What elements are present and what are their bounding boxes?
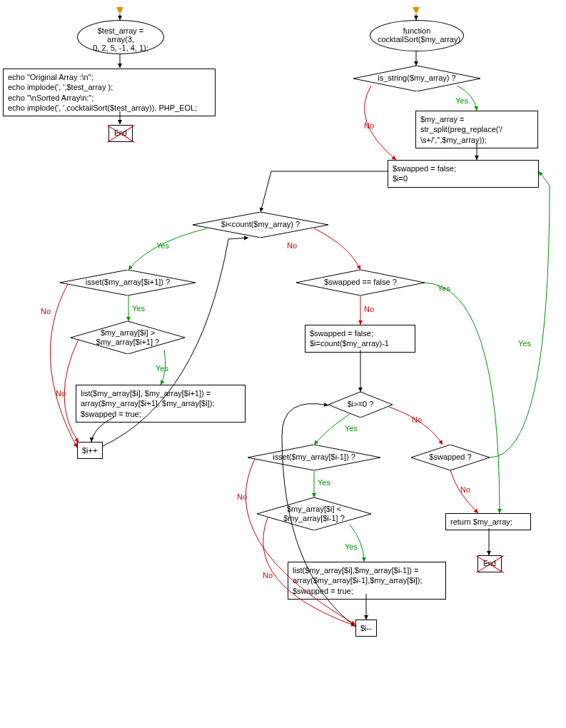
- yes-cmp-prev: Yes: [345, 542, 358, 551]
- loop2-cond-text: $i>=0 ?: [328, 400, 393, 409]
- is-string-text: is_string($my_array) ?: [353, 74, 480, 83]
- no-cmp-next: No: [56, 389, 66, 398]
- no-isset-next: No: [41, 307, 51, 315]
- cmp-next-text: $my_array[$i] > $my_array[$i+1] ?: [71, 328, 185, 347]
- no-cmp-prev: No: [263, 571, 273, 580]
- no-is-string: No: [364, 121, 374, 130]
- yes-is-string: Yes: [455, 96, 468, 105]
- yes-loop1: Yes: [156, 241, 169, 250]
- connectors: [0, 0, 566, 728]
- cmp-prev-text: $my_array[$i] < $my_array[$i-1] ?: [257, 505, 371, 523]
- yes-swapped-false: Yes: [438, 284, 450, 293]
- isset-next-text: isset($my_array[$i+1]) ?: [60, 278, 196, 287]
- no-loop1: No: [287, 241, 297, 250]
- yes-cmp-next: Yes: [156, 364, 168, 373]
- loop1-cond-text: $i<count($my_array) ?: [193, 220, 328, 229]
- swapped-false-text: $swapped == false ?: [296, 278, 425, 287]
- no-loop2: No: [412, 415, 422, 424]
- swapped2-text: $swapped ?: [411, 453, 490, 462]
- right-end-text: End: [483, 560, 496, 567]
- yes-loop2: Yes: [345, 424, 358, 433]
- left-end-text: End: [114, 129, 127, 137]
- yes-isset-next: Yes: [132, 304, 145, 313]
- isset-prev-text: isset($my_array[$i-1]) ?: [248, 453, 380, 462]
- no-swapped2: No: [460, 485, 470, 494]
- yes-isset-prev: Yes: [318, 478, 330, 487]
- yes-swapped2: Yes: [518, 339, 531, 348]
- no-swapped-false: No: [364, 305, 374, 313]
- no-isset-prev: No: [237, 492, 247, 501]
